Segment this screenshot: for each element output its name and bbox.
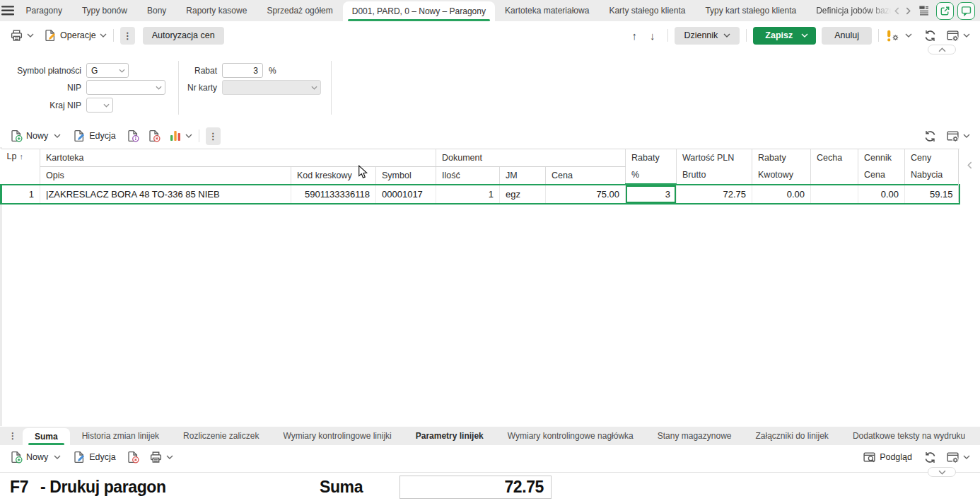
column-header-rabaty-procent[interactable]: Rabaty % xyxy=(626,149,677,185)
document-delete-icon[interactable] xyxy=(148,129,161,142)
cell-rabat-kwotowy[interactable]: 0.00 xyxy=(752,185,811,204)
tab-suma[interactable]: Suma xyxy=(23,428,70,445)
move-down-button[interactable]: ↓ xyxy=(643,30,662,42)
grid-more-actions-button[interactable]: ⋮ xyxy=(206,127,221,145)
tab-bony[interactable]: Bony xyxy=(137,0,176,21)
tab-raporty-kasowe[interactable]: Raporty kasowe xyxy=(176,0,257,21)
column-header-ceny-nabycia[interactable]: Ceny Nabycia xyxy=(905,149,959,185)
table-row-selected[interactable]: 1 |ZAKRESLACZ BORA 48 TO-336 85 NIEB 590… xyxy=(1,185,959,204)
feedback-button[interactable] xyxy=(957,2,975,20)
cell-cena-nabycia[interactable]: 59.15 xyxy=(905,185,959,204)
zapisz-button[interactable]: Zapisz xyxy=(753,27,816,45)
autoryzacja-cen-button[interactable]: Autoryzacja cen xyxy=(143,27,224,45)
column-header-opis[interactable]: Opis xyxy=(40,167,291,185)
column-header-cennik-cena[interactable]: Cennik Cena xyxy=(858,149,905,185)
grid-edycja-button[interactable]: Edycja xyxy=(73,129,116,142)
view-settings-button[interactable] xyxy=(946,29,970,42)
column-header-lp[interactable]: Lp↑ xyxy=(1,149,40,185)
bottom-view-settings-button[interactable] xyxy=(946,451,970,464)
rabat-field[interactable]: 3 xyxy=(222,63,263,78)
tab-typy-bonow[interactable]: Typy bonów xyxy=(72,0,137,21)
cell-cena[interactable]: 75.00 xyxy=(546,185,626,204)
tab-wymiary-kontrolingowe-naglowka[interactable]: Wymiary kontrolingowe nagłówka xyxy=(496,427,646,445)
operacje-button[interactable]: Operacje xyxy=(44,29,107,42)
column-header-rabaty-kwotowy[interactable]: Rabaty Kwotowy xyxy=(752,149,811,185)
collapse-header-button[interactable] xyxy=(928,45,956,54)
nip-label: NIP xyxy=(0,81,81,96)
hamburger-icon xyxy=(1,6,14,16)
cell-rabat-procent-editing[interactable]: 3 xyxy=(626,185,677,204)
refresh-icon[interactable] xyxy=(923,451,937,464)
tab-parametry-linijek[interactable]: Parametry linijek xyxy=(404,427,496,445)
column-header-cena[interactable]: Cena xyxy=(546,167,626,185)
tab-kartoteka-materialowa[interactable]: Kartoteka materiałowa xyxy=(495,0,599,21)
tab-stany-magazynowe[interactable]: Stany magazynowe xyxy=(646,427,744,445)
more-actions-button[interactable]: ⋮ xyxy=(120,27,135,45)
column-header-ilosc[interactable]: Ilość xyxy=(436,167,500,185)
cell-cecha[interactable] xyxy=(811,185,858,204)
cell-wartosc-brutto[interactable]: 72.75 xyxy=(677,185,752,204)
tab-scroll-left-icon[interactable] xyxy=(893,7,901,15)
rabat-label: Rabat xyxy=(141,64,217,79)
cell-kod-kreskowy[interactable]: 5901133336118 xyxy=(291,185,376,204)
tab-overview-icon[interactable] xyxy=(916,4,933,17)
column-group-kartoteka[interactable]: Kartoteka xyxy=(40,149,436,167)
column-header-jm[interactable]: JM xyxy=(500,167,546,185)
dziennik-dropdown[interactable]: Dziennik xyxy=(675,27,740,45)
tab-wymiary-kontrolingowe-linijki[interactable]: Wymiary kontrolingowe linijki xyxy=(271,427,403,445)
grid-chart-button[interactable] xyxy=(169,129,192,142)
cell-opis[interactable]: |ZAKRESLACZ BORA 48 TO-336 85 NIEB xyxy=(40,185,291,204)
column-header-symbol[interactable]: Symbol xyxy=(376,167,436,185)
document-info-icon[interactable] xyxy=(127,129,139,142)
share-button[interactable] xyxy=(936,2,954,20)
tab-karty-stalego-klienta[interactable]: Karty stałego klienta xyxy=(599,0,695,21)
symbol-platnosci-value: G xyxy=(91,66,98,76)
anuluj-button[interactable]: Anuluj xyxy=(822,27,872,45)
cell-cennik-cena[interactable]: 0.00 xyxy=(858,185,905,204)
cell-lp[interactable]: 1 xyxy=(1,185,40,204)
column-group-dokument[interactable]: Dokument xyxy=(436,149,626,167)
column-header-cecha[interactable]: Cecha xyxy=(811,149,858,185)
cell-ilosc[interactable]: 1 xyxy=(436,185,500,204)
summary-panel: F7 - Drukuj paragon Suma 72.75 xyxy=(0,473,980,501)
column-header-kod-kreskowy[interactable]: Kod kreskowy xyxy=(291,167,376,185)
tab-definicja-jobow[interactable]: Definicja jobów bazodanowy xyxy=(806,0,893,21)
collapse-side-panel-button[interactable] xyxy=(958,149,980,202)
document-pencil-icon xyxy=(44,29,57,42)
bottom-nowy-button[interactable]: Nowy xyxy=(10,451,61,463)
main-menu-button[interactable] xyxy=(0,0,16,21)
collapse-footer-button[interactable] xyxy=(928,467,956,477)
symbol-platnosci-field[interactable]: G xyxy=(86,63,129,78)
grid-nowy-button[interactable]: Nowy xyxy=(10,129,61,142)
tab-sprzedaz-ogolem[interactable]: Sprzedaż ogółem xyxy=(257,0,342,21)
bottom-tabs-menu-button[interactable]: ⋮ xyxy=(0,427,23,445)
settings-warning-button[interactable] xyxy=(885,29,912,42)
column-header-wartosc-brutto[interactable]: Wartość PLN Brutto xyxy=(677,149,752,185)
suma-total-field[interactable]: 72.75 xyxy=(399,476,552,499)
tab-typy-kart-stalego-klienta[interactable]: Typy kart stałego klienta xyxy=(695,0,806,21)
refresh-icon[interactable] xyxy=(923,129,937,143)
rabat-value: 3 xyxy=(253,66,258,76)
cell-jm[interactable]: egz xyxy=(500,185,546,204)
grid-view-settings-button[interactable] xyxy=(946,129,970,143)
podglad-button[interactable]: Podgląd xyxy=(863,451,912,464)
header-line: Ceny xyxy=(911,149,954,166)
print-button[interactable] xyxy=(10,29,34,42)
tab-scroll-right-icon[interactable] xyxy=(904,7,912,15)
document-header-form: Symbol płatności G NIP Kraj NIP Rabat 3 … xyxy=(0,50,980,125)
tab-paragony[interactable]: Paragony xyxy=(16,0,72,21)
bottom-edycja-button[interactable]: Edycja xyxy=(73,451,116,463)
tab-zalaczniki-do-linijek[interactable]: Załączniki do linijek xyxy=(743,427,840,445)
tab-dodatkowe-teksty-na-wydruku[interactable]: Dodatkowe teksty na wydruku xyxy=(841,427,977,445)
tab-rozliczenie-zaliczek[interactable]: Rozliczenie zaliczek xyxy=(171,427,271,445)
tab-active-document[interactable]: D001, PARD, 0 – Nowy – Paragony xyxy=(343,1,495,21)
chevron-down-icon xyxy=(100,33,107,38)
bottom-print-button[interactable] xyxy=(149,451,173,464)
cell-symbol[interactable]: 00001017 xyxy=(376,185,436,204)
document-delete-icon[interactable] xyxy=(127,451,139,463)
tab-historia-zmian-linijek[interactable]: Historia zmian linijek xyxy=(70,427,171,445)
refresh-icon[interactable] xyxy=(923,29,937,42)
kraj-nip-field[interactable] xyxy=(86,98,113,113)
move-up-button[interactable]: ↑ xyxy=(625,30,643,42)
header-line: % xyxy=(631,166,670,183)
